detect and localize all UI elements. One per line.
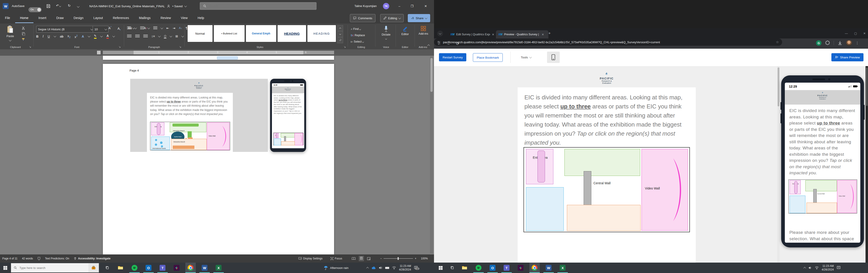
page-4[interactable]: Page 4 PACIFIC Research & Evaluation EIC… <box>103 64 334 254</box>
strikethrough-button[interactable]: ab <box>60 35 64 38</box>
extensions-puzzle-icon[interactable] <box>825 40 830 46</box>
tray-expand-icon[interactable] <box>366 267 369 269</box>
tab-help[interactable]: Help <box>193 13 209 23</box>
tab-search-button[interactable] <box>437 31 443 36</box>
mobile-preview-toggle[interactable] <box>547 52 560 63</box>
new-tab-button[interactable]: + <box>548 31 551 35</box>
align-center-icon[interactable] <box>135 35 140 38</box>
taskbar-slack[interactable] <box>171 263 182 273</box>
text-effects-icon[interactable]: A <box>82 35 84 38</box>
borders-icon[interactable]: ⊞ <box>176 34 178 38</box>
style-heading-2[interactable]: HEADING <box>307 25 336 42</box>
redo-icon[interactable]: ↻ <box>68 4 71 8</box>
copy-icon[interactable] <box>22 32 25 35</box>
taskbar-teams[interactable]: T <box>501 263 512 273</box>
taskbar-word[interactable]: W <box>199 263 210 273</box>
taskbar-file-explorer[interactable] <box>115 263 126 273</box>
taskbar-file-explorer[interactable] <box>459 263 470 273</box>
close-button[interactable]: ✕ <box>421 0 431 12</box>
start-button[interactable] <box>0 263 10 273</box>
avatar[interactable]: TK <box>383 3 389 9</box>
numbering-icon[interactable] <box>140 26 144 30</box>
style-bulleted-list[interactable]: • Bulleted List <box>214 25 245 42</box>
italic-button[interactable]: I <box>42 35 43 38</box>
word-search-box[interactable] <box>200 2 316 10</box>
select-button[interactable]: ▻ Select <box>351 38 365 45</box>
map-entry-area[interactable]: Entry Area <box>789 180 801 194</box>
zoom-out-button[interactable]: − <box>380 257 382 260</box>
scrollbar-thumb[interactable] <box>778 67 779 106</box>
map-interactive-area-a[interactable] <box>281 133 295 137</box>
share-button[interactable]: Share <box>408 14 430 22</box>
tab-selector[interactable] <box>97 51 101 54</box>
reload-icon[interactable]: ⟳ <box>454 42 462 46</box>
superscript-button[interactable]: x2 <box>74 34 78 39</box>
font-size-combo[interactable]: 10 <box>93 26 108 33</box>
scrollbar-thumb[interactable] <box>430 58 433 92</box>
taskbar-spotify[interactable] <box>473 263 484 273</box>
weather-widget[interactable]: Afternoon rain <box>324 263 348 273</box>
sort-icon[interactable]: A↓ <box>179 26 182 30</box>
taskbar-outlook[interactable]: O <box>487 263 498 273</box>
saved-chevron-icon[interactable] <box>184 4 187 7</box>
collapse-ribbon-chevron[interactable] <box>428 44 430 48</box>
taskbar-slack[interactable] <box>515 263 526 273</box>
tab-home[interactable]: Home <box>15 13 33 23</box>
font-dialog-launcher[interactable] <box>119 46 121 48</box>
onedrive-icon[interactable] <box>371 266 376 269</box>
taskbar-chrome[interactable] <box>185 263 196 273</box>
tab-review[interactable]: Review <box>156 13 176 23</box>
notification-center-icon[interactable] <box>837 266 841 270</box>
grow-font-icon[interactable]: A^ <box>108 26 112 30</box>
volume-icon[interactable] <box>809 266 812 269</box>
format-painter-icon[interactable] <box>22 37 25 41</box>
font-color-icon[interactable]: A <box>106 34 109 39</box>
restart-survey-button[interactable]: Restart Survey <box>439 53 466 61</box>
tab-close-icon[interactable]: ✕ <box>492 33 494 36</box>
tab-draw[interactable]: Draw <box>51 13 69 23</box>
tray-expand-icon[interactable] <box>803 267 806 269</box>
bookmark-star-icon[interactable]: ☆ <box>776 40 779 44</box>
zoom-slider[interactable] <box>383 258 413 259</box>
battery-icon[interactable] <box>385 267 389 269</box>
display-settings[interactable]: Display Settings <box>296 254 325 263</box>
style-general-emph[interactable]: General Emph <box>246 25 276 42</box>
comments-button[interactable]: Comments <box>350 14 375 22</box>
read-mode-icon[interactable] <box>352 257 355 260</box>
map-interactive-area-a[interactable] <box>564 149 640 176</box>
zoom-in-button[interactable]: + <box>415 257 416 260</box>
zoom-slider-knob[interactable] <box>398 257 399 260</box>
styles-scroll-down[interactable] <box>337 31 343 37</box>
bullets-icon[interactable] <box>127 26 131 30</box>
find-button[interactable]: ⌕ Find <box>351 26 365 32</box>
minimize-button[interactable]: – <box>394 0 405 12</box>
map-video-wall[interactable] <box>294 133 303 145</box>
underline-chevron[interactable] <box>54 35 56 37</box>
taskbar-teams[interactable]: T <box>157 263 168 273</box>
underline-button[interactable]: U <box>48 35 50 38</box>
styles-dialog-launcher[interactable] <box>344 46 346 48</box>
tab-file[interactable]: File <box>0 13 15 23</box>
tab-preview-survey-active[interactable]: XM Preview - Qualtrics Survey | Qua ✕ <box>496 30 548 38</box>
map-video-wall[interactable]: Video Wall <box>642 149 688 231</box>
share-preview-button[interactable]: Share Preview <box>831 53 864 61</box>
map-interactive-area-a[interactable] <box>805 180 837 191</box>
justify-icon[interactable] <box>143 35 148 38</box>
map-central-wall[interactable] <box>584 171 592 208</box>
zoom-level[interactable]: 100% <box>421 257 428 260</box>
omnibox[interactable]: pacificresearch.qualtrics.com/jfe/previe… <box>434 38 782 46</box>
line-spacing-icon[interactable]: ↕≡ <box>151 34 155 38</box>
clipboard-dialog-launcher[interactable] <box>29 46 31 48</box>
map-informational-panels[interactable] <box>274 139 281 145</box>
map-informational-panels[interactable] <box>789 196 805 213</box>
grammarly-extension-icon[interactable]: G <box>816 40 822 46</box>
minimize-button[interactable]: — <box>845 32 848 35</box>
tab-edit-survey[interactable]: XM Edit Survey | Qualtrics Experienc ✕ <box>448 30 498 38</box>
map-interactive-area-b[interactable]: Interactive Area B <box>171 139 207 150</box>
task-view-button[interactable] <box>102 263 113 273</box>
editor-button[interactable]: Editor <box>398 26 412 36</box>
map-video-wall[interactable]: Video Wall <box>207 122 229 150</box>
map-entry-area[interactable]: Entry Area <box>526 149 553 184</box>
tab-references[interactable]: References <box>108 13 134 23</box>
status-page-info[interactable]: Page 4 of 11 <box>0 254 20 263</box>
